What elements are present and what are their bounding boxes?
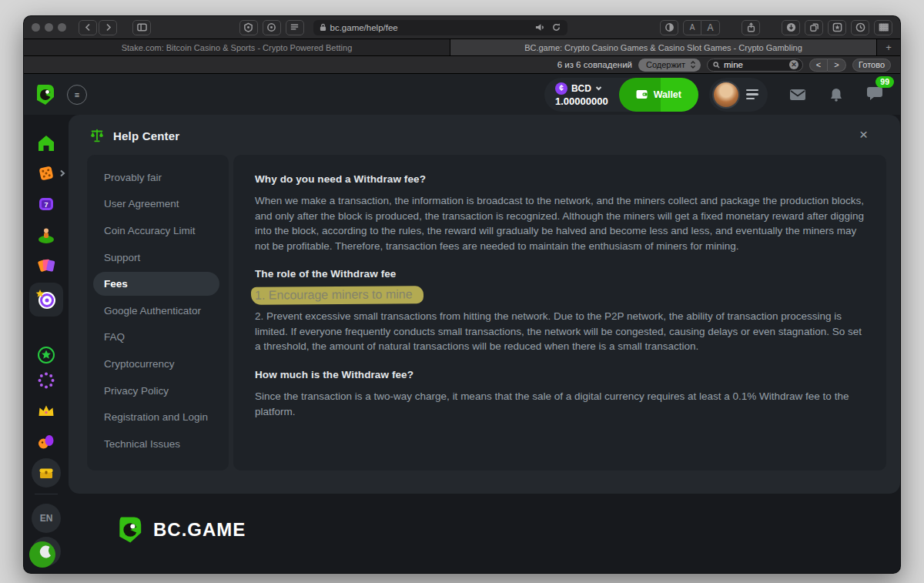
balance-amount: 1.00000000 — [555, 95, 608, 107]
section-body: When we make a transaction, the informat… — [255, 193, 865, 253]
nav-rail: 7 — [24, 115, 69, 574]
wallet-button[interactable]: Wallet — [619, 78, 698, 112]
menu-item-user-agreement[interactable]: User Agreement — [87, 191, 229, 218]
sidebar-toggle-button[interactable] — [132, 20, 151, 35]
help-center-modal: Help Center × Provably fair User Agreeme… — [69, 115, 900, 494]
language-button[interactable]: EN — [32, 504, 61, 533]
minimize-window-icon[interactable] — [45, 23, 53, 32]
theme-toggle-moon-icon[interactable] — [32, 537, 61, 566]
find-search-input[interactable]: mine ✕ — [707, 59, 803, 72]
menu-item-privacy-policy[interactable]: Privacy Policy — [87, 377, 229, 404]
select-stepper-icon — [690, 60, 696, 69]
chat-button[interactable]: 99 — [866, 85, 883, 104]
back-button[interactable] — [79, 20, 97, 35]
search-icon — [713, 62, 720, 69]
tab-bcgame[interactable]: BC.game: Crypto Casino Games & Casino Sl… — [450, 39, 877, 55]
section-heading: Why do you need a Withdraw fee? — [255, 173, 865, 185]
footer-brand: BC.GAME — [115, 515, 246, 544]
slots-icon[interactable]: 7 — [36, 194, 56, 214]
shield-contrast-icon[interactable] — [660, 20, 678, 35]
highlighted-text: 1. Encourage miners to mine — [251, 286, 424, 305]
reload-icon[interactable] — [551, 22, 561, 32]
url-text: bc.game/help/fee — [330, 23, 398, 32]
community-icon[interactable] — [36, 370, 56, 390]
home-icon[interactable] — [36, 133, 56, 153]
clear-search-icon[interactable]: ✕ — [789, 60, 798, 69]
increase-text-button[interactable]: A — [701, 20, 720, 35]
extension2-icon[interactable] — [263, 20, 281, 35]
chevron-down-icon — [595, 85, 602, 92]
rail-divider — [35, 494, 58, 494]
footer-brand-text: BC.GAME — [153, 519, 246, 541]
avatar[interactable] — [712, 81, 740, 109]
menu-item-coin-accuracy-limit[interactable]: Coin Accuracy Limit — [87, 217, 229, 244]
tab-overview-icon[interactable] — [874, 20, 892, 35]
bcgame-logo-icon[interactable] — [33, 83, 56, 106]
forward-button[interactable] — [99, 20, 117, 35]
mail-icon[interactable] — [789, 87, 806, 102]
chat-bubble-icon — [866, 85, 883, 101]
help-center-scales-icon — [89, 127, 105, 144]
find-previous-button[interactable]: < — [809, 59, 828, 72]
mute-icon[interactable] — [535, 22, 545, 32]
balance-pill: ¢ BCD 1.00000000 Wallet — [544, 78, 698, 112]
chat-badge: 99 — [875, 76, 894, 88]
menu-item-registration-and-login[interactable]: Registration and Login — [87, 404, 229, 431]
extension-icon[interactable] — [239, 20, 258, 35]
favorites-icon[interactable] — [828, 20, 846, 35]
main-area: Help Center × Provably fair User Agreeme… — [69, 115, 901, 574]
menu-item-technical-issues[interactable]: Technical Issues — [87, 431, 229, 457]
section-body: 2. Prevent excessive small transactions … — [255, 309, 865, 354]
close-window-icon[interactable] — [32, 23, 40, 32]
tab-stake[interactable]: Stake.com: Bitcoin Casino & Sports - Cry… — [24, 39, 450, 55]
find-match-count: 6 из 6 совпадений — [557, 60, 632, 69]
menu-item-provably-fair[interactable]: Provably fair — [87, 164, 229, 191]
currency-selector[interactable]: ¢ BCD — [555, 82, 608, 95]
help-content: Why do you need a Withdraw fee? When we … — [233, 155, 886, 471]
collapse-menu-icon[interactable]: ≡ — [67, 85, 87, 105]
menu-item-faq[interactable]: FAQ — [87, 324, 229, 351]
address-bar[interactable]: bc.game/help/fee — [313, 20, 567, 35]
section-body: Since the transaction is a two-way charg… — [255, 389, 865, 419]
bcgame-footer-logo-icon — [115, 515, 144, 544]
find-done-button[interactable]: Готово — [852, 59, 891, 72]
lottery-cards-icon[interactable] — [36, 256, 56, 276]
currency-code: BCD — [571, 83, 591, 94]
friends-icon[interactable] — [36, 432, 56, 452]
bcd-coin-icon: ¢ — [555, 82, 567, 95]
profile-pill[interactable] — [709, 78, 768, 112]
downloads-icon[interactable] — [782, 20, 800, 35]
svg-text:7: 7 — [44, 201, 48, 209]
find-next-button[interactable]: > — [828, 59, 846, 72]
notifications-bell-icon[interactable] — [828, 87, 845, 102]
casino-dice-icon[interactable] — [36, 163, 56, 183]
close-icon[interactable]: × — [859, 127, 868, 142]
menu-item-cryptocurrency[interactable]: Cryptocurrency — [87, 350, 229, 377]
menu-item-google-authenticator[interactable]: Google Authenticator — [87, 297, 229, 324]
copy-tabs-icon[interactable] — [805, 20, 823, 35]
chest-icon[interactable] — [32, 458, 61, 488]
menu-item-fees[interactable]: Fees — [87, 270, 229, 297]
expand-casino-icon[interactable] — [59, 169, 65, 177]
browser-window: bc.game/help/fee A A Stake.com: Bitcoin … — [23, 15, 901, 574]
modal-title: Help Center — [113, 129, 179, 142]
live-casino-icon[interactable] — [36, 225, 56, 245]
find-mode-select[interactable]: Содержит — [638, 59, 701, 72]
share-icon[interactable] — [742, 20, 760, 35]
traffic-lights[interactable] — [32, 23, 66, 32]
new-tab-button[interactable]: + — [877, 39, 900, 55]
lock-icon — [320, 23, 326, 32]
site-body: 7 — [24, 115, 900, 574]
profile-menu-icon — [746, 89, 758, 100]
reader-view-button[interactable] — [286, 20, 304, 35]
section-heading: How much is the Withdraw fee? — [255, 369, 865, 380]
quests-target-icon[interactable] — [29, 283, 63, 317]
history-clock-icon[interactable] — [851, 20, 869, 35]
zoom-window-icon[interactable] — [58, 23, 66, 32]
wallet-icon — [636, 89, 648, 99]
decrease-text-button[interactable]: A — [683, 20, 701, 35]
menu-item-support[interactable]: Support — [87, 244, 229, 271]
tab-bar: Stake.com: Bitcoin Casino & Sports - Cry… — [24, 39, 900, 56]
vip-crown-icon[interactable] — [36, 401, 56, 421]
bonus-star-icon[interactable] — [36, 345, 56, 365]
